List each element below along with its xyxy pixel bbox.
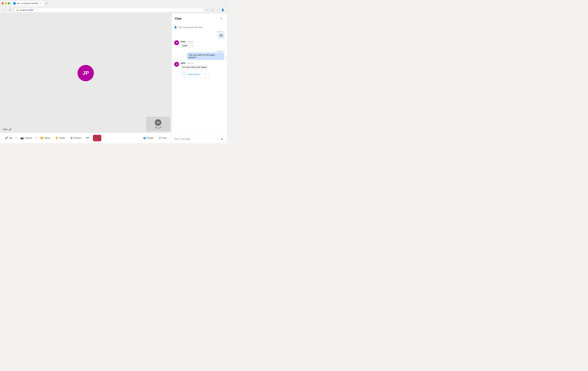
toolbar-actions: ☆ ⬜ ⋯ 👤: [205, 8, 225, 12]
call-area: JP John 🎤̶ AU You 🎤̶ 🎤 Mic: [0, 13, 171, 143]
participant-name: John: [3, 128, 8, 131]
their-message-4: JP John 1:44 p.m. For sure, this is the …: [174, 62, 224, 78]
right-controls: 👥 People 💬 Chat: [141, 135, 169, 141]
system-message: 👤 ACS User joined the chat.: [174, 26, 224, 29]
chat-input-area: ➤: [172, 134, 227, 143]
end-call-icon: 📞: [95, 135, 100, 141]
raise-button[interactable]: ✋ Raise: [53, 135, 67, 141]
my-message-3-bubble: Can you send me the report please?: [187, 52, 224, 60]
their-message-2: JP John 1:43 p.m. Hello: [174, 40, 224, 48]
camera-control-group: 📷 Camera ▾: [18, 135, 37, 141]
back-button[interactable]: ←: [2, 8, 7, 12]
participant-label: John 🎤̶: [3, 128, 11, 131]
minimize-window-button[interactable]: [5, 2, 7, 4]
new-tab-button[interactable]: +: [45, 1, 49, 6]
my-message-3-time: 1:43 p.m.: [187, 50, 224, 52]
mic-chevron-button[interactable]: ▾: [15, 136, 18, 140]
mic-button[interactable]: 🎤 Mic: [3, 135, 15, 141]
tab-title: call - UI Library Call With: [17, 2, 38, 5]
their-message-2-content: John 1:43 p.m. Hello: [180, 40, 194, 48]
browser-chrome: A call - UI Library Call With ✕ + ← ↻ 🔒 …: [0, 0, 227, 13]
self-thumbnail: AU You 🎤̶: [146, 117, 170, 131]
address-text: localhost:3000: [20, 9, 33, 11]
react-label: React: [44, 137, 50, 139]
browser-toolbar: ← ↻ 🔒 localhost:3000 ☆ ⬜ ⋯ 👤: [0, 7, 227, 13]
chat-icon: 💬: [158, 137, 161, 139]
people-button[interactable]: 👥 People: [141, 135, 156, 141]
chat-send-button[interactable]: ➤: [220, 136, 224, 141]
self-label: You 🎤̶: [155, 126, 161, 129]
chat-header: Chat ✕: [172, 13, 227, 23]
their-message-4-content: John 1:44 p.m. For sure, this is the rep…: [180, 62, 209, 78]
control-bar: 🎤 Mic ▾ 📷 Camera ▾ 🙂 React ✋ Raise: [0, 133, 171, 143]
read-check-icon: ✓: [225, 56, 227, 59]
star-button[interactable]: ☆: [205, 8, 209, 12]
chat-close-button[interactable]: ✕: [219, 16, 224, 21]
system-icon: 👤: [174, 26, 177, 29]
their-message-4-sender: John: [180, 62, 185, 64]
mic-label: Mic: [9, 137, 12, 139]
present-button[interactable]: 🖥 Present: [68, 135, 84, 141]
react-icon: 🙂: [40, 136, 43, 140]
chat-panel: Chat ✕ 👤 ACS User joined the chat. 1:42 …: [171, 13, 227, 143]
chat-button[interactable]: 💬 Chat: [156, 135, 169, 141]
system-message-text: ACS User joined the chat.: [178, 26, 203, 29]
present-icon: 🖥: [70, 136, 73, 140]
chat-input[interactable]: [174, 138, 218, 140]
security-lock-icon: 🔒: [16, 9, 19, 11]
self-muted-icon: 🎤̶: [159, 126, 161, 129]
participant-avatar: JP: [78, 65, 94, 81]
maximize-window-button[interactable]: [8, 2, 10, 4]
their-message-2-meta: John 1:43 p.m.: [180, 40, 194, 43]
raise-label: Raise: [59, 137, 65, 139]
present-label: Present: [74, 137, 81, 139]
profile-button[interactable]: 👤: [220, 8, 225, 12]
their-message-2-time: 1:43 p.m.: [187, 41, 194, 42]
call-main: JP John 🎤̶ AU You 🎤̶: [0, 13, 171, 133]
my-message-1-text: Hi: [220, 34, 222, 37]
extensions-button[interactable]: ⬜: [210, 8, 214, 12]
their-message-2-sender: John: [180, 40, 185, 43]
tab-favicon: A: [13, 2, 16, 5]
camera-chevron-button[interactable]: ▾: [34, 136, 37, 140]
mic-icon: 🎤: [5, 136, 8, 140]
my-message-1-bubble: Hi: [218, 33, 224, 38]
chat-title: Chat: [175, 17, 181, 21]
end-call-button[interactable]: 📞: [93, 135, 101, 141]
file-open-icon: ↗: [205, 73, 206, 75]
their-message-4-meta: John 1:44 p.m.: [180, 62, 209, 64]
file-icon: 📄: [182, 72, 186, 76]
react-button[interactable]: 🙂 React: [38, 135, 52, 141]
address-bar[interactable]: 🔒 localhost:3000: [14, 8, 203, 12]
traffic-lights: [2, 2, 10, 4]
chat-label: Chat: [162, 137, 167, 139]
tab-bar: A call - UI Library Call With ✕ +: [11, 1, 49, 6]
send-icon: ➤: [221, 137, 223, 141]
my-message-1: 1:42 p.m. Hi: [174, 31, 224, 38]
self-label-text: You: [155, 126, 158, 129]
mic-control-group: 🎤 Mic ▾: [3, 135, 18, 141]
tab-close-button[interactable]: ✕: [39, 2, 42, 5]
camera-button[interactable]: 📷 Camera: [18, 135, 34, 141]
their-message-2-bubble: Hello: [180, 43, 194, 48]
app-container: JP John 🎤̶ AU You 🎤̶ 🎤 Mic: [0, 13, 227, 143]
file-attachment[interactable]: 📄 Lorem ipsum... ↗: [180, 71, 209, 78]
people-icon: 👥: [143, 137, 146, 139]
file-name: Lorem ipsum...: [187, 73, 203, 75]
chat-messages: 👤 ACS User joined the chat. 1:42 p.m. Hi…: [172, 23, 227, 134]
more-button[interactable]: •••: [84, 135, 91, 141]
active-tab[interactable]: A call - UI Library Call With ✕: [11, 1, 44, 6]
refresh-button[interactable]: ↻: [8, 8, 12, 12]
their-message-4-time: 1:44 p.m.: [187, 62, 194, 64]
john-avatar-2: JP: [174, 40, 179, 45]
my-message-1-time: 1:42 p.m.: [217, 31, 224, 32]
menu-button[interactable]: ⋯: [215, 8, 220, 12]
camera-label: Camera: [25, 137, 32, 139]
their-message-4-bubble: For sure, this is the report: [180, 65, 209, 70]
close-window-button[interactable]: [2, 2, 4, 4]
participant-muted-icon: 🎤̶: [9, 128, 11, 131]
my-message-3: 1:43 p.m. Can you send me the report ple…: [187, 50, 224, 60]
people-label: People: [147, 137, 153, 139]
john-avatar-4: JP: [174, 62, 179, 67]
raise-icon: ✋: [55, 136, 58, 140]
